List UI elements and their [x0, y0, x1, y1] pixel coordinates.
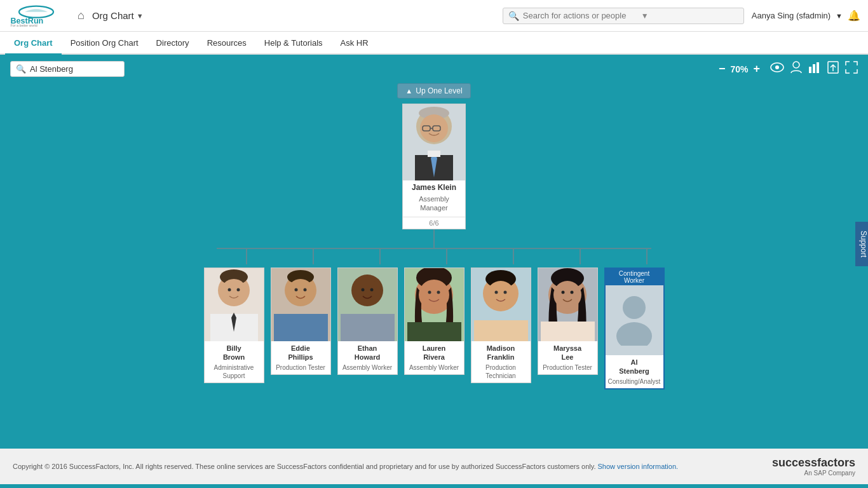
notification-bell-icon[interactable]: 🔔 — [848, 10, 860, 22]
ethan-howard-info: EthanHoward Assembly Worker — [338, 341, 397, 374]
lauren-rivera-name: LaurenRivera — [407, 344, 461, 362]
subnav-item-help-tutorials[interactable]: Help & Tutorials — [255, 32, 332, 55]
al-stenberg-name: AlStenberg — [608, 358, 661, 376]
org-chart-toolbar: 🔍 − 70% + — [10, 61, 858, 77]
svg-rect-20 — [428, 151, 440, 157]
manager-count: 6/6 — [403, 217, 465, 229]
eddie-phillips-title: Production Tester — [274, 363, 328, 372]
madison-franklin-info: MadisonFranklin Production Technician — [471, 341, 531, 383]
madison-franklin-name: MadisonFranklin — [474, 344, 528, 362]
svg-point-4 — [775, 65, 779, 69]
chart-view-icon[interactable] — [808, 62, 821, 76]
ethan-howard-title: Assembly Worker — [341, 363, 395, 372]
app-title-chevron: ▼ — [137, 12, 144, 20]
billy-brown-photo — [204, 268, 264, 341]
billy-brown-title: Administrative Support — [207, 363, 261, 380]
export-icon[interactable] — [827, 61, 839, 77]
up-one-level-button[interactable]: ▲ Up One Level — [397, 83, 470, 98]
successfactors-logo: successfactors An SAP Company — [772, 456, 855, 477]
app-title-button[interactable]: Org Chart ▼ — [92, 10, 144, 21]
person-search-input[interactable] — [30, 64, 112, 74]
svg-point-43 — [303, 288, 306, 292]
manager-node[interactable]: James Klein Assembly Manager 6/6 — [402, 104, 466, 229]
search-icon: 🔍 — [508, 11, 519, 21]
svg-point-35 — [236, 288, 240, 292]
al-stenberg-info: AlStenberg Consulting/Analyst — [606, 355, 663, 388]
children-row: BillyBrown Administrative Support — [204, 268, 665, 390]
zoom-controls: − 70% + — [719, 61, 858, 77]
lauren-rivera-title: Assembly Worker — [407, 363, 461, 372]
svg-point-14 — [420, 114, 448, 142]
person-search-icon: 🔍 — [16, 64, 26, 74]
sub-navigation: Org Chart Position Org Chart Directory R… — [0, 32, 868, 55]
zoom-out-button[interactable]: − — [719, 62, 726, 76]
svg-point-47 — [354, 279, 381, 306]
svg-point-48 — [361, 288, 364, 292]
child-node-madison-franklin[interactable]: MadisonFranklin Production Technician — [471, 268, 531, 383]
manager-info: James Klein Assembly Manager — [403, 180, 465, 215]
child-node-ethan-howard[interactable]: EthanHoward Assembly Worker — [337, 268, 398, 375]
madison-franklin-title: Production Technician — [474, 363, 528, 380]
child-node-lauren-rivera[interactable]: LaurenRivera Assembly Worker — [404, 268, 465, 375]
org-chart-tree: ▲ Up One Level — [10, 83, 858, 390]
footer-copyright: Copyright © 2016 SuccessFactors, Inc. Al… — [13, 463, 678, 470]
up-arrow-icon: ▲ — [405, 87, 412, 95]
svg-rect-64 — [474, 320, 528, 341]
user-menu-chevron[interactable]: ▼ — [836, 12, 843, 20]
footer: Copyright © 2016 SuccessFactors, Inc. Al… — [0, 449, 868, 484]
child-node-al-stenberg[interactable]: Contingent Worker AlStenberg Consulting/… — [604, 268, 665, 390]
person-view-icon[interactable] — [790, 61, 802, 77]
eddie-phillips-info: EddiePhillips Production Tester — [271, 341, 330, 374]
child-node-billy-brown[interactable]: BillyBrown Administrative Support — [204, 268, 264, 383]
subnav-item-ask-hr[interactable]: Ask HR — [332, 32, 377, 55]
contingent-worker-badge: Contingent Worker — [606, 269, 663, 285]
svg-point-55 — [428, 291, 431, 294]
home-icon[interactable]: ⌂ — [78, 9, 85, 22]
main-content: 🔍 − 70% + — [0, 55, 868, 449]
child-node-maryssa-lee[interactable]: MaryssaLee Production Tester — [538, 268, 598, 375]
svg-point-42 — [294, 288, 297, 292]
user-area: Aanya Sing (sfadmin) ▼ 🔔 — [752, 10, 860, 22]
svg-point-63 — [503, 291, 506, 294]
ethan-howard-name: EthanHoward — [341, 344, 395, 362]
svg-rect-8 — [817, 62, 819, 73]
logo-area: BestRun For a better world — [8, 4, 65, 27]
zoom-level-display: 70% — [730, 64, 748, 74]
person-search-bar: 🔍 — [10, 61, 125, 77]
al-stenberg-title: Consulting/Analyst — [608, 377, 661, 386]
connector-lines-svg — [186, 229, 682, 268]
svg-point-61 — [487, 281, 515, 309]
billy-brown-name: BillyBrown — [207, 344, 261, 362]
billy-brown-info: BillyBrown Administrative Support — [205, 341, 264, 383]
svg-point-54 — [419, 280, 449, 310]
search-dropdown-icon[interactable]: ▼ — [641, 11, 649, 20]
view-icon-group — [770, 61, 858, 77]
svg-rect-71 — [541, 322, 595, 341]
global-search-input[interactable] — [523, 11, 637, 20]
svg-point-73 — [616, 322, 652, 346]
ethan-howard-photo — [337, 268, 398, 341]
svg-point-5 — [793, 62, 799, 68]
subnav-item-resources[interactable]: Resources — [198, 32, 255, 55]
global-search-bar: 🔍 ▼ — [503, 8, 744, 24]
view-toggle-icon[interactable] — [770, 62, 784, 76]
child-node-eddie-phillips[interactable]: EddiePhillips Production Tester — [271, 268, 331, 375]
svg-rect-7 — [813, 64, 815, 73]
lauren-rivera-info: LaurenRivera Assembly Worker — [405, 341, 464, 374]
svg-rect-50 — [341, 314, 395, 341]
fullscreen-icon[interactable] — [845, 61, 858, 77]
subnav-item-position-org-chart[interactable]: Position Org Chart — [62, 32, 147, 55]
al-stenberg-photo-placeholder — [606, 285, 663, 355]
subnav-item-orgchart[interactable]: Org Chart — [5, 32, 62, 55]
maryssa-lee-name: MaryssaLee — [541, 344, 595, 362]
svg-point-56 — [437, 291, 440, 294]
show-version-link[interactable]: Show version information. — [598, 463, 679, 470]
bestrun-logo[interactable]: BestRun For a better world — [8, 4, 65, 27]
maryssa-lee-info: MaryssaLee Production Tester — [538, 341, 597, 374]
zoom-in-button[interactable]: + — [753, 62, 760, 76]
user-name[interactable]: Aanya Sing (sfadmin) — [752, 11, 831, 20]
subnav-item-directory[interactable]: Directory — [147, 32, 198, 55]
support-tab[interactable]: Support — [855, 222, 868, 266]
sf-logo-text: successfactors — [772, 456, 855, 470]
svg-point-34 — [227, 288, 231, 292]
